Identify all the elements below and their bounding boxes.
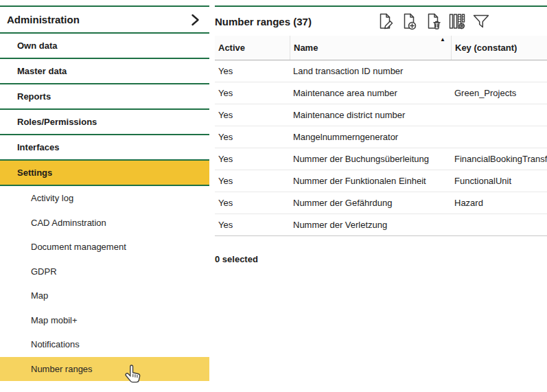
sidebar-item[interactable]: Roles/Permissions — [0, 110, 209, 135]
sidebar-subitem[interactable]: GDPR — [0, 260, 209, 284]
edit-document-icon[interactable] — [376, 12, 394, 30]
cell-key — [451, 126, 547, 148]
cell-active: Yes — [215, 126, 290, 148]
page-title: Number ranges (37) — [215, 16, 312, 27]
sidebar-item-label: Roles/Permissions — [17, 117, 97, 127]
filter-icon[interactable] — [472, 12, 490, 30]
sidebar-subitem[interactable]: Notifications — [0, 332, 209, 357]
sidebar-item[interactable]: Settings — [0, 161, 209, 186]
selection-status: 0 selected — [215, 254, 547, 264]
sidebar-subitem-label: Notifications — [31, 339, 80, 349]
cell-active: Yes — [215, 192, 290, 214]
sidebar-item-label: Interfaces — [17, 142, 59, 152]
table-body: Yes Land transaction ID number Yes Maint… — [215, 60, 547, 236]
sort-ascending-icon: ▲ — [440, 37, 445, 43]
column-header-key-label: Key (constant) — [455, 43, 517, 53]
cell-key — [451, 104, 547, 126]
table-row[interactable]: Yes Mangelnummerngenerator — [215, 126, 547, 148]
sidebar-item-label: Own data — [17, 41, 58, 51]
column-header-active-label: Active — [218, 43, 245, 53]
cell-active: Yes — [215, 104, 290, 126]
cell-active: Yes — [215, 60, 290, 82]
sidebar-item[interactable]: Master data — [0, 59, 209, 84]
sidebar-item[interactable]: Interfaces — [0, 135, 209, 161]
number-range-settings-icon[interactable] — [448, 12, 466, 30]
sidebar-subitem-label: GDPR — [31, 266, 57, 277]
sidebar-item-label: Reports — [17, 91, 51, 102]
cell-name: Maintenance district number — [290, 104, 451, 126]
sidebar-subitem[interactable]: Number ranges — [0, 357, 209, 382]
cell-name: Nummer der Gefährdung — [290, 192, 451, 214]
app-window: Administration Own data Master data Repo… — [0, 0, 547, 392]
table-row[interactable]: Yes Nummer der Funktionalen Einheit Func… — [215, 170, 547, 192]
sidebar-subitem-label: Map — [31, 290, 48, 301]
column-header-active[interactable]: Active — [215, 36, 290, 60]
panel-header: Number ranges (37) — [215, 7, 547, 36]
cell-name: Nummer der Funktionalen Einheit — [290, 170, 451, 192]
sidebar-subitem-label: Activity log — [31, 193, 73, 203]
sidebar-item-label: Settings — [17, 168, 52, 178]
content-panel: Number ranges (37) — [215, 5, 547, 392]
sidebar-item[interactable]: Reports — [0, 84, 209, 110]
cell-active: Yes — [215, 214, 290, 236]
cell-key: FinancialBookingTransfer — [451, 148, 547, 170]
sidebar-subitem[interactable]: Document management — [0, 235, 209, 260]
sidebar-subitem-label: Map mobil+ — [31, 315, 78, 325]
add-document-icon[interactable] — [400, 12, 418, 30]
cell-name: Land transaction ID number — [290, 60, 451, 82]
cell-key: FunctionalUnit — [451, 170, 547, 192]
table-row[interactable]: Yes Maintenance area number Green_Projec… — [215, 82, 547, 104]
sidebar-item[interactable]: Own data — [0, 34, 209, 59]
cell-key — [451, 214, 547, 236]
sidebar-subitem[interactable]: CAD Adminstration — [0, 211, 209, 235]
delete-document-icon[interactable] — [424, 12, 442, 30]
sidebar-subitem[interactable]: Activity log — [0, 186, 209, 211]
sidebar-subitems: Activity log CAD Adminstration Document … — [0, 186, 209, 381]
sidebar-subitem[interactable]: Map — [0, 284, 209, 308]
cell-active: Yes — [215, 82, 290, 104]
number-ranges-table: Active Name ▲ Key (constant) Yes Land tr… — [215, 36, 547, 236]
table-row[interactable]: Yes Nummer der Buchungsüberleitung Finan… — [215, 148, 547, 170]
sidebar-items: Own data Master data Reports Roles/Permi… — [0, 34, 209, 186]
sidebar: Administration Own data Master data Repo… — [0, 5, 209, 392]
table-row[interactable]: Yes Nummer der Gefährdung Hazard — [215, 192, 547, 214]
cell-name: Mangelnummerngenerator — [290, 126, 451, 148]
sidebar-subitem[interactable]: Map mobil+ — [0, 308, 209, 333]
table-header: Active Name ▲ Key (constant) — [215, 36, 547, 60]
sidebar-subitem-label: CAD Adminstration — [31, 218, 106, 228]
cell-name: Nummer der Buchungsüberleitung — [290, 148, 451, 170]
sidebar-title: Administration — [7, 14, 80, 25]
toolbar — [376, 12, 490, 30]
sidebar-header: Administration — [0, 7, 209, 34]
column-header-name[interactable]: Name ▲ — [290, 36, 451, 60]
table-row[interactable]: Yes Maintenance district number — [215, 104, 547, 126]
sidebar-subitem-label: Number ranges — [31, 364, 93, 374]
table-row[interactable]: Yes Nummer der Verletzung — [215, 214, 547, 236]
cell-active: Yes — [215, 170, 290, 192]
cell-key: Hazard — [451, 192, 547, 214]
cell-name: Maintenance area number — [290, 82, 451, 104]
chevron-right-icon[interactable] — [191, 14, 200, 26]
cell-key — [451, 60, 547, 82]
cell-active: Yes — [215, 148, 290, 170]
cell-key: Green_Projects — [451, 82, 547, 104]
column-header-key[interactable]: Key (constant) — [451, 36, 547, 60]
sidebar-item-label: Master data — [17, 66, 67, 76]
table-row[interactable]: Yes Land transaction ID number — [215, 60, 547, 82]
sidebar-subitem-label: Document management — [31, 242, 126, 252]
cell-name: Nummer der Verletzung — [290, 214, 451, 236]
column-header-name-label: Name — [294, 43, 318, 53]
